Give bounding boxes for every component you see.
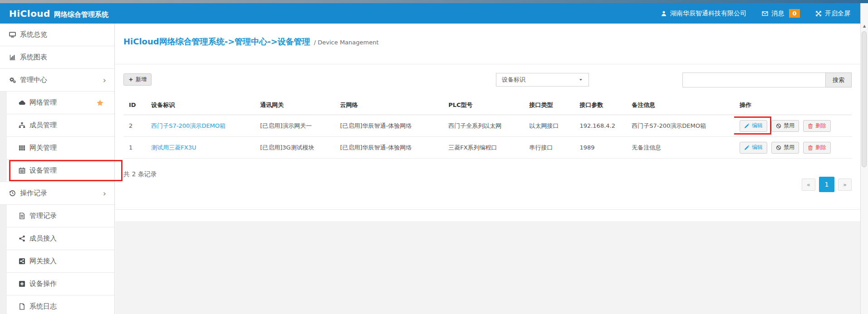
sidebar-item-6[interactable]: 网关管理 xyxy=(0,137,114,159)
gateway-cell-container: [已启用]3G测试模块 xyxy=(255,137,334,159)
sidebar-item-label: 网关接入 xyxy=(29,257,57,266)
share-icon xyxy=(18,235,26,242)
trash-icon xyxy=(808,123,813,129)
edit-button-label: 编辑 xyxy=(752,122,763,130)
device-name-link[interactable]: 西门子S7-200演示DEMO箱 xyxy=(151,122,226,129)
sidebar-item-7[interactable]: 设备管理 xyxy=(0,159,114,182)
filter-field-select[interactable]: 设备标识 xyxy=(496,73,589,87)
fullscreen-label: 开启全屏 xyxy=(825,10,850,18)
sidebar-item-2[interactable]: 系统图表 xyxy=(0,46,114,69)
sidebar-item-label: 管理记录 xyxy=(29,212,57,220)
divider-bottom xyxy=(115,209,860,210)
sidebar-item-12[interactable]: 设备操作 xyxy=(0,273,114,295)
chevron-right-icon: › xyxy=(103,188,106,198)
sidebar-item-8[interactable]: 操作记录› xyxy=(0,182,114,205)
interface-type-cell-container: 以太网接口 xyxy=(524,115,574,137)
pagination-page-1-button[interactable]: 1 xyxy=(819,177,834,192)
history-icon xyxy=(9,190,16,197)
row-id-container: 2 xyxy=(123,115,146,137)
sidebar-item-label: 成员管理 xyxy=(29,121,57,130)
add-button[interactable]: 新增 xyxy=(123,73,152,86)
file-icon xyxy=(18,303,26,310)
messages-count-badge: 0 xyxy=(789,9,800,18)
device-name-link[interactable]: 测试用三菱FX3U xyxy=(151,144,196,151)
brand-name: HiCloud xyxy=(9,8,50,19)
interface-param-cell-container: 1989 xyxy=(574,137,626,159)
column-header: PLC型号 xyxy=(443,95,524,115)
expand-icon xyxy=(815,10,822,17)
ban-icon xyxy=(776,123,781,129)
window-top-edge xyxy=(0,0,868,3)
app-logo: HiCloud 网络综合管理系统 xyxy=(9,8,108,19)
cloud-icon xyxy=(18,99,26,106)
brand-subtitle: 网络综合管理系统 xyxy=(54,10,108,19)
sidebar-item-9[interactable]: 管理记录 xyxy=(0,205,114,227)
device-table: ID设备标识通讯网关云网络PLC型号接口类型接口参数备注信息操作 2西门子S7-… xyxy=(123,95,852,159)
interface-param-cell-container: 192.168.4.2 xyxy=(574,115,626,137)
remark-cell-container: 无备注信息 xyxy=(626,137,734,159)
table-header-row: ID设备标识通讯网关云网络PLC型号接口类型接口参数备注信息操作 xyxy=(123,95,852,115)
fullscreen-toggle[interactable]: 开启全屏 xyxy=(815,10,850,18)
column-header: 设备标识 xyxy=(146,95,255,115)
edit-button[interactable]: 编辑 xyxy=(740,120,767,132)
company-menu[interactable]: 湖南华辰智通科技有限公司 xyxy=(661,10,746,18)
disable-button[interactable]: 禁用 xyxy=(771,120,799,132)
add-button-label: 新增 xyxy=(136,76,147,83)
scrollbar-thumb[interactable] xyxy=(862,31,867,167)
search-button[interactable]: 搜索 xyxy=(825,72,852,87)
remark-cell-container: 西门子S7-200演示DEMO箱 xyxy=(626,115,734,137)
edit-button[interactable]: 编辑 xyxy=(740,142,767,154)
sidebar-menu: 系统总览系统图表管理中心›网络管理成员管理网关管理设备管理操作记录›管理记录成员… xyxy=(0,24,115,314)
sidebar-item-label: 网络管理 xyxy=(29,98,57,107)
column-header: 操作 xyxy=(734,95,852,115)
messages-label: 消息 xyxy=(771,10,784,18)
sidebar-item-label: 成员接入 xyxy=(29,234,57,243)
column-header: 接口类型 xyxy=(524,95,574,115)
chart-icon xyxy=(9,54,16,61)
sidebar-item-label: 网关管理 xyxy=(29,144,57,152)
calendar-icon xyxy=(18,167,26,174)
pagination-prev-button[interactable]: « xyxy=(802,179,815,191)
disable-button-label: 禁用 xyxy=(784,144,794,151)
content-background-lower xyxy=(115,221,860,314)
file-text-icon xyxy=(18,213,26,219)
delete-button-label: 删除 xyxy=(815,144,826,151)
plus-square-icon xyxy=(18,280,26,287)
delete-button[interactable]: 删除 xyxy=(803,120,831,132)
mail-icon xyxy=(762,10,768,17)
filter-selected-value: 设备标识 xyxy=(496,76,579,84)
sidebar-item-3[interactable]: 管理中心› xyxy=(0,69,114,92)
vertical-scrollbar[interactable]: ▲ xyxy=(860,3,868,314)
column-header: 通讯网关 xyxy=(255,95,334,115)
column-header: 备注信息 xyxy=(626,95,734,115)
scrollbar-up-arrow[interactable]: ▲ xyxy=(861,24,868,28)
disable-button[interactable]: 禁用 xyxy=(771,142,799,154)
actions-cell: 编辑禁用删除 xyxy=(734,115,852,137)
sidebar-item-5[interactable]: 成员管理 xyxy=(0,114,114,137)
delete-button[interactable]: 删除 xyxy=(803,142,831,154)
table-row: 2西门子S7-200演示DEMO箱[已启用]演示网关一[已启用]华辰智通-体验网… xyxy=(123,115,852,137)
grid-icon xyxy=(18,145,26,151)
user-icon xyxy=(661,10,667,17)
desktop-icon xyxy=(9,31,16,38)
messages-menu[interactable]: 消息 0 xyxy=(762,9,800,18)
sitemap-icon xyxy=(18,122,26,129)
caret-down-icon xyxy=(579,77,583,82)
favorite-star-icon xyxy=(97,99,103,106)
interface-type-cell-container: 串行接口 xyxy=(524,137,574,159)
breadcrumb: HiCloud网络综合管理系统->管理中心->设备管理 / Device Man… xyxy=(123,36,379,47)
sidebar-item-13[interactable]: 系统日志 xyxy=(0,295,114,314)
divider-top xyxy=(115,64,860,64)
trash-icon xyxy=(808,145,813,150)
breadcrumb-subtitle: / Device Management xyxy=(314,39,379,46)
column-header: 云网络 xyxy=(334,95,443,115)
plus-icon xyxy=(128,77,133,82)
sidebar-item-4[interactable]: 网络管理 xyxy=(0,92,114,114)
pencil-icon xyxy=(744,123,750,129)
sidebar-item-10[interactable]: 成员接入 xyxy=(0,227,114,250)
sidebar-item-1[interactable]: 系统总览 xyxy=(0,24,114,46)
sidebar-item-11[interactable]: 网关接入 xyxy=(0,250,114,273)
search-input[interactable] xyxy=(682,72,826,87)
company-name: 湖南华辰智通科技有限公司 xyxy=(670,10,746,18)
pagination-next-button[interactable]: » xyxy=(838,179,852,191)
